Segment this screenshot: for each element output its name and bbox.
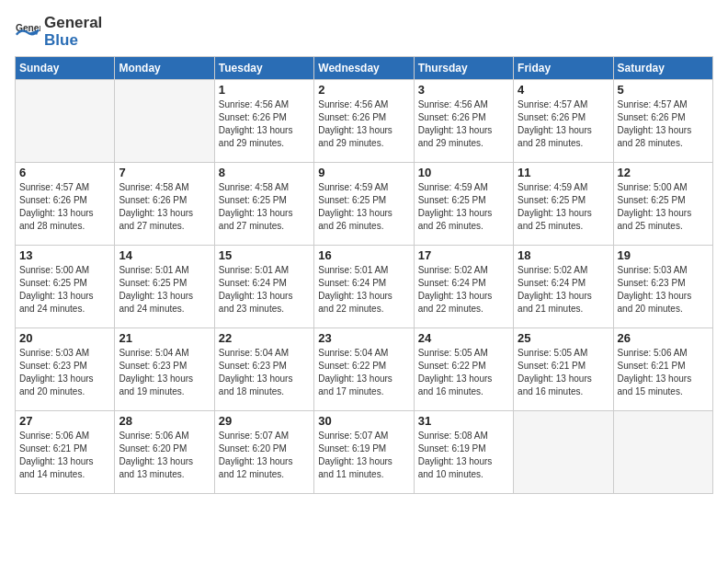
daylight-text: Daylight: 13 hours and 17 minutes. <box>318 373 409 398</box>
sunset-text: Sunset: 6:25 PM <box>219 194 310 207</box>
cell-info: Sunrise: 4:56 AMSunset: 6:26 PMDaylight:… <box>418 98 509 150</box>
logo-general: General <box>44 14 102 31</box>
sunset-text: Sunset: 6:21 PM <box>618 360 709 373</box>
sunset-text: Sunset: 6:21 PM <box>518 360 609 373</box>
day-number: 23 <box>318 331 409 345</box>
calendar-cell: 8Sunrise: 4:58 AMSunset: 6:25 PMDaylight… <box>214 163 313 246</box>
sunset-text: Sunset: 6:25 PM <box>518 194 609 207</box>
day-number: 31 <box>418 414 509 428</box>
daylight-text: Daylight: 13 hours and 22 minutes. <box>418 290 509 316</box>
day-number: 14 <box>119 248 210 262</box>
sunset-text: Sunset: 6:20 PM <box>119 442 210 455</box>
sunset-text: Sunset: 6:19 PM <box>418 442 509 455</box>
day-number: 30 <box>318 414 409 428</box>
sunrise-text: Sunrise: 5:06 AM <box>19 430 110 442</box>
cell-info: Sunrise: 5:03 AMSunset: 6:23 PMDaylight:… <box>19 347 110 398</box>
day-number: 7 <box>119 166 210 179</box>
cell-info: Sunrise: 5:01 AMSunset: 6:25 PMDaylight:… <box>119 264 210 316</box>
sunset-text: Sunset: 6:26 PM <box>418 111 509 124</box>
daylight-text: Daylight: 13 hours and 20 minutes. <box>618 290 709 316</box>
daylight-text: Daylight: 13 hours and 26 minutes. <box>318 207 409 233</box>
cell-info: Sunrise: 5:02 AMSunset: 6:24 PMDaylight:… <box>418 264 509 316</box>
calendar-cell <box>514 411 613 494</box>
sunrise-text: Sunrise: 5:08 AM <box>418 430 509 442</box>
day-number: 8 <box>219 166 310 179</box>
sunrise-text: Sunrise: 5:01 AM <box>219 264 310 277</box>
calendar-cell: 27Sunrise: 5:06 AMSunset: 6:21 PMDayligh… <box>16 411 115 494</box>
cell-info: Sunrise: 5:01 AMSunset: 6:24 PMDaylight:… <box>219 264 310 316</box>
sunrise-text: Sunrise: 5:05 AM <box>418 347 509 360</box>
sunset-text: Sunset: 6:19 PM <box>318 442 409 455</box>
sunset-text: Sunset: 6:25 PM <box>119 277 210 290</box>
cell-info: Sunrise: 5:04 AMSunset: 6:23 PMDaylight:… <box>219 347 310 398</box>
day-number: 9 <box>318 166 409 179</box>
sunrise-text: Sunrise: 5:04 AM <box>318 347 409 360</box>
sunset-text: Sunset: 6:23 PM <box>119 360 210 373</box>
daylight-text: Daylight: 13 hours and 23 minutes. <box>219 290 310 316</box>
sunrise-text: Sunrise: 4:59 AM <box>518 181 609 194</box>
daylight-text: Daylight: 13 hours and 29 minutes. <box>418 124 509 150</box>
daylight-text: Daylight: 13 hours and 19 minutes. <box>119 373 210 398</box>
weekday-header-friday: Friday <box>514 57 613 80</box>
daylight-text: Daylight: 13 hours and 25 minutes. <box>618 207 709 233</box>
week-row-4: 20Sunrise: 5:03 AMSunset: 6:23 PMDayligh… <box>16 328 713 411</box>
daylight-text: Daylight: 13 hours and 11 minutes. <box>318 455 409 481</box>
sunrise-text: Sunrise: 5:04 AM <box>219 347 310 360</box>
calendar-cell: 22Sunrise: 5:04 AMSunset: 6:23 PMDayligh… <box>214 328 313 411</box>
weekday-header-saturday: Saturday <box>613 57 712 80</box>
cell-info: Sunrise: 5:06 AMSunset: 6:20 PMDaylight:… <box>119 430 210 481</box>
header: General General Blue <box>15 15 713 49</box>
cell-info: Sunrise: 5:02 AMSunset: 6:24 PMDaylight:… <box>518 264 609 316</box>
sunrise-text: Sunrise: 5:01 AM <box>318 264 409 277</box>
sunrise-text: Sunrise: 5:02 AM <box>518 264 609 277</box>
sunset-text: Sunset: 6:22 PM <box>318 360 409 373</box>
calendar-cell <box>613 411 712 494</box>
weekday-header-row: SundayMondayTuesdayWednesdayThursdayFrid… <box>16 57 713 80</box>
sunrise-text: Sunrise: 4:57 AM <box>19 181 110 194</box>
daylight-text: Daylight: 13 hours and 22 minutes. <box>318 290 409 316</box>
sunrise-text: Sunrise: 4:56 AM <box>219 98 310 111</box>
day-number: 1 <box>219 83 310 97</box>
daylight-text: Daylight: 13 hours and 20 minutes. <box>19 373 110 398</box>
sunset-text: Sunset: 6:22 PM <box>418 360 509 373</box>
cell-info: Sunrise: 5:06 AMSunset: 6:21 PMDaylight:… <box>19 430 110 481</box>
logo-icon: General <box>15 19 40 45</box>
sunset-text: Sunset: 6:25 PM <box>418 194 509 207</box>
cell-info: Sunrise: 5:07 AMSunset: 6:19 PMDaylight:… <box>318 430 409 481</box>
calendar-cell: 18Sunrise: 5:02 AMSunset: 6:24 PMDayligh… <box>514 246 613 328</box>
daylight-text: Daylight: 13 hours and 28 minutes. <box>618 124 709 150</box>
calendar-cell <box>16 80 115 163</box>
day-number: 28 <box>119 414 210 428</box>
calendar-cell: 1Sunrise: 4:56 AMSunset: 6:26 PMDaylight… <box>214 80 313 163</box>
sunset-text: Sunset: 6:26 PM <box>19 194 110 207</box>
daylight-text: Daylight: 13 hours and 21 minutes. <box>518 290 609 316</box>
cell-info: Sunrise: 5:00 AMSunset: 6:25 PMDaylight:… <box>618 181 709 233</box>
sunset-text: Sunset: 6:24 PM <box>318 277 409 290</box>
weekday-header-sunday: Sunday <box>16 57 115 80</box>
day-number: 18 <box>518 248 609 262</box>
calendar-cell: 3Sunrise: 4:56 AMSunset: 6:26 PMDaylight… <box>414 80 513 163</box>
sunrise-text: Sunrise: 5:00 AM <box>19 264 110 277</box>
daylight-text: Daylight: 13 hours and 25 minutes. <box>518 207 609 233</box>
sunset-text: Sunset: 6:26 PM <box>318 111 409 124</box>
daylight-text: Daylight: 13 hours and 28 minutes. <box>518 124 609 150</box>
calendar-cell: 20Sunrise: 5:03 AMSunset: 6:23 PMDayligh… <box>16 328 115 411</box>
calendar-cell: 30Sunrise: 5:07 AMSunset: 6:19 PMDayligh… <box>314 411 414 494</box>
sunset-text: Sunset: 6:26 PM <box>618 111 709 124</box>
calendar-cell: 6Sunrise: 4:57 AMSunset: 6:26 PMDaylight… <box>16 163 115 246</box>
daylight-text: Daylight: 13 hours and 15 minutes. <box>618 373 709 398</box>
cell-info: Sunrise: 5:00 AMSunset: 6:25 PMDaylight:… <box>19 264 110 316</box>
daylight-text: Daylight: 13 hours and 29 minutes. <box>219 124 310 150</box>
week-row-1: 1Sunrise: 4:56 AMSunset: 6:26 PMDaylight… <box>16 80 713 163</box>
calendar-cell: 13Sunrise: 5:00 AMSunset: 6:25 PMDayligh… <box>16 246 115 328</box>
calendar-cell: 28Sunrise: 5:06 AMSunset: 6:20 PMDayligh… <box>115 411 214 494</box>
calendar-cell: 21Sunrise: 5:04 AMSunset: 6:23 PMDayligh… <box>115 328 214 411</box>
day-number: 29 <box>219 414 310 428</box>
calendar-cell: 7Sunrise: 4:58 AMSunset: 6:26 PMDaylight… <box>115 163 214 246</box>
calendar-cell: 24Sunrise: 5:05 AMSunset: 6:22 PMDayligh… <box>414 328 513 411</box>
calendar-cell: 14Sunrise: 5:01 AMSunset: 6:25 PMDayligh… <box>115 246 214 328</box>
day-number: 20 <box>19 331 110 345</box>
sunset-text: Sunset: 6:25 PM <box>318 194 409 207</box>
sunrise-text: Sunrise: 5:03 AM <box>618 264 709 277</box>
cell-info: Sunrise: 4:59 AMSunset: 6:25 PMDaylight:… <box>418 181 509 233</box>
